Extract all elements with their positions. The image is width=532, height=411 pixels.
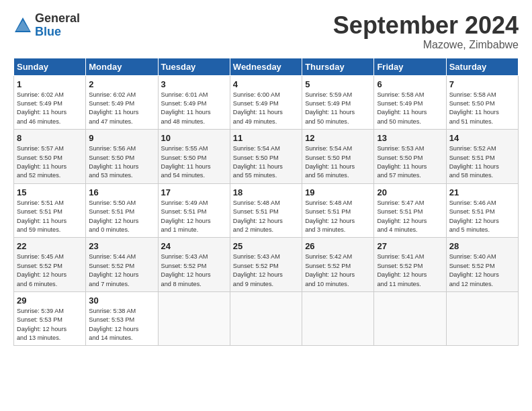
- day-info: Sunrise: 5:44 AM Sunset: 5:52 PM Dayligh…: [89, 253, 154, 288]
- calendar-week-5: 29Sunrise: 5:39 AM Sunset: 5:53 PM Dayli…: [14, 291, 519, 346]
- day-info: Sunrise: 5:59 AM Sunset: 5:49 PM Dayligh…: [305, 91, 371, 126]
- header-row: Sunday Monday Tuesday Wednesday Thursday…: [14, 58, 519, 75]
- col-saturday: Saturday: [446, 58, 518, 75]
- calendar-cell: [230, 291, 302, 346]
- day-number: 24: [161, 240, 227, 253]
- calendar-cell: 3Sunrise: 6:01 AM Sunset: 5:49 PM Daylig…: [158, 75, 230, 130]
- day-number: 8: [17, 132, 83, 144]
- day-info: Sunrise: 5:51 AM Sunset: 5:51 PM Dayligh…: [17, 199, 83, 234]
- day-info: Sunrise: 5:58 AM Sunset: 5:50 PM Dayligh…: [449, 91, 515, 126]
- calendar-cell: 29Sunrise: 5:39 AM Sunset: 5:53 PM Dayli…: [14, 291, 86, 346]
- logo-text: General Blue: [35, 12, 80, 39]
- calendar-cell: 9Sunrise: 5:56 AM Sunset: 5:50 PM Daylig…: [86, 130, 158, 184]
- calendar-table: Sunday Monday Tuesday Wednesday Thursday…: [13, 58, 519, 347]
- calendar-cell: 8Sunrise: 5:57 AM Sunset: 5:50 PM Daylig…: [14, 130, 86, 184]
- calendar-week-2: 8Sunrise: 5:57 AM Sunset: 5:50 PM Daylig…: [14, 130, 519, 184]
- day-number: 12: [305, 132, 371, 144]
- day-number: 5: [305, 79, 371, 91]
- day-number: 9: [89, 132, 154, 144]
- month-title: September 2024: [333, 12, 519, 39]
- day-info: Sunrise: 6:01 AM Sunset: 5:49 PM Dayligh…: [161, 91, 227, 126]
- day-number: 14: [449, 132, 515, 144]
- calendar-cell: 26Sunrise: 5:42 AM Sunset: 5:52 PM Dayli…: [302, 238, 374, 292]
- logo: General Blue: [13, 12, 80, 39]
- svg-marker-1: [16, 20, 30, 31]
- day-number: 25: [233, 240, 299, 253]
- calendar-cell: 25Sunrise: 5:43 AM Sunset: 5:52 PM Dayli…: [230, 238, 302, 292]
- calendar-cell: 28Sunrise: 5:40 AM Sunset: 5:52 PM Dayli…: [446, 238, 518, 292]
- calendar-cell: 21Sunrise: 5:46 AM Sunset: 5:51 PM Dayli…: [446, 183, 518, 238]
- calendar-cell: 24Sunrise: 5:43 AM Sunset: 5:52 PM Dayli…: [158, 238, 230, 292]
- calendar-cell: 15Sunrise: 5:51 AM Sunset: 5:51 PM Dayli…: [14, 183, 86, 238]
- day-info: Sunrise: 5:42 AM Sunset: 5:52 PM Dayligh…: [305, 253, 371, 288]
- day-number: 7: [449, 79, 515, 91]
- day-number: 4: [233, 79, 299, 91]
- logo-icon: [13, 16, 32, 35]
- col-friday: Friday: [374, 58, 446, 75]
- day-info: Sunrise: 5:53 AM Sunset: 5:50 PM Dayligh…: [377, 144, 443, 180]
- day-number: 13: [377, 132, 443, 144]
- day-number: 20: [377, 187, 443, 199]
- calendar-cell: 6Sunrise: 5:58 AM Sunset: 5:49 PM Daylig…: [374, 75, 446, 130]
- day-info: Sunrise: 5:41 AM Sunset: 5:52 PM Dayligh…: [377, 253, 443, 288]
- day-info: Sunrise: 5:56 AM Sunset: 5:50 PM Dayligh…: [89, 144, 154, 180]
- calendar-cell: 16Sunrise: 5:50 AM Sunset: 5:51 PM Dayli…: [86, 183, 158, 238]
- day-number: 21: [449, 187, 515, 199]
- day-info: Sunrise: 5:46 AM Sunset: 5:51 PM Dayligh…: [449, 199, 515, 234]
- day-info: Sunrise: 5:48 AM Sunset: 5:51 PM Dayligh…: [305, 199, 371, 234]
- calendar-week-4: 22Sunrise: 5:45 AM Sunset: 5:52 PM Dayli…: [14, 238, 519, 292]
- calendar-cell: 11Sunrise: 5:54 AM Sunset: 5:50 PM Dayli…: [230, 130, 302, 184]
- col-sunday: Sunday: [14, 58, 86, 75]
- calendar-cell: 2Sunrise: 6:02 AM Sunset: 5:49 PM Daylig…: [86, 75, 158, 130]
- title-block: September 2024 Mazowe, Zimbabwe: [333, 12, 519, 51]
- day-info: Sunrise: 5:45 AM Sunset: 5:52 PM Dayligh…: [17, 253, 83, 288]
- calendar-cell: 4Sunrise: 6:00 AM Sunset: 5:49 PM Daylig…: [230, 75, 302, 130]
- calendar-cell: 7Sunrise: 5:58 AM Sunset: 5:50 PM Daylig…: [446, 75, 518, 130]
- calendar-cell: 1Sunrise: 6:02 AM Sunset: 5:49 PM Daylig…: [14, 75, 86, 130]
- calendar-cell: [158, 291, 230, 346]
- day-info: Sunrise: 5:38 AM Sunset: 5:53 PM Dayligh…: [89, 307, 154, 342]
- calendar-cell: 18Sunrise: 5:48 AM Sunset: 5:51 PM Dayli…: [230, 183, 302, 238]
- calendar-week-1: 1Sunrise: 6:02 AM Sunset: 5:49 PM Daylig…: [14, 75, 519, 130]
- calendar-cell: 13Sunrise: 5:53 AM Sunset: 5:50 PM Dayli…: [374, 130, 446, 184]
- calendar-cell: [302, 291, 374, 346]
- day-info: Sunrise: 5:55 AM Sunset: 5:50 PM Dayligh…: [161, 144, 227, 180]
- day-info: Sunrise: 5:49 AM Sunset: 5:51 PM Dayligh…: [161, 199, 227, 234]
- day-number: 11: [233, 132, 299, 144]
- day-info: Sunrise: 5:57 AM Sunset: 5:50 PM Dayligh…: [17, 144, 83, 180]
- day-number: 19: [305, 187, 371, 199]
- day-number: 22: [17, 240, 83, 253]
- col-monday: Monday: [86, 58, 158, 75]
- day-info: Sunrise: 5:52 AM Sunset: 5:51 PM Dayligh…: [449, 144, 515, 180]
- day-number: 16: [89, 187, 154, 199]
- col-wednesday: Wednesday: [230, 58, 302, 75]
- day-info: Sunrise: 5:40 AM Sunset: 5:52 PM Dayligh…: [449, 253, 515, 288]
- calendar-cell: 30Sunrise: 5:38 AM Sunset: 5:53 PM Dayli…: [86, 291, 158, 346]
- day-info: Sunrise: 5:54 AM Sunset: 5:50 PM Dayligh…: [305, 144, 371, 180]
- day-number: 18: [233, 187, 299, 199]
- calendar-cell: 5Sunrise: 5:59 AM Sunset: 5:49 PM Daylig…: [302, 75, 374, 130]
- col-thursday: Thursday: [302, 58, 374, 75]
- day-info: Sunrise: 5:43 AM Sunset: 5:52 PM Dayligh…: [233, 253, 299, 288]
- day-info: Sunrise: 5:47 AM Sunset: 5:51 PM Dayligh…: [377, 199, 443, 234]
- day-number: 17: [161, 187, 227, 199]
- day-info: Sunrise: 5:50 AM Sunset: 5:51 PM Dayligh…: [89, 199, 154, 234]
- day-info: Sunrise: 6:02 AM Sunset: 5:49 PM Dayligh…: [89, 91, 154, 126]
- day-number: 26: [305, 240, 371, 253]
- day-number: 30: [89, 295, 154, 307]
- day-number: 27: [377, 240, 443, 253]
- day-info: Sunrise: 5:39 AM Sunset: 5:53 PM Dayligh…: [17, 307, 83, 342]
- day-info: Sunrise: 5:48 AM Sunset: 5:51 PM Dayligh…: [233, 199, 299, 234]
- location-title: Mazowe, Zimbabwe: [333, 39, 519, 51]
- day-number: 2: [89, 79, 154, 91]
- calendar-cell: [374, 291, 446, 346]
- day-number: 23: [89, 240, 154, 253]
- calendar-cell: 27Sunrise: 5:41 AM Sunset: 5:52 PM Dayli…: [374, 238, 446, 292]
- calendar-cell: 17Sunrise: 5:49 AM Sunset: 5:51 PM Dayli…: [158, 183, 230, 238]
- day-number: 1: [17, 79, 83, 91]
- calendar-cell: 14Sunrise: 5:52 AM Sunset: 5:51 PM Dayli…: [446, 130, 518, 184]
- day-number: 15: [17, 187, 83, 199]
- day-number: 29: [17, 295, 83, 307]
- day-info: Sunrise: 5:43 AM Sunset: 5:52 PM Dayligh…: [161, 253, 227, 288]
- day-info: Sunrise: 5:54 AM Sunset: 5:50 PM Dayligh…: [233, 144, 299, 180]
